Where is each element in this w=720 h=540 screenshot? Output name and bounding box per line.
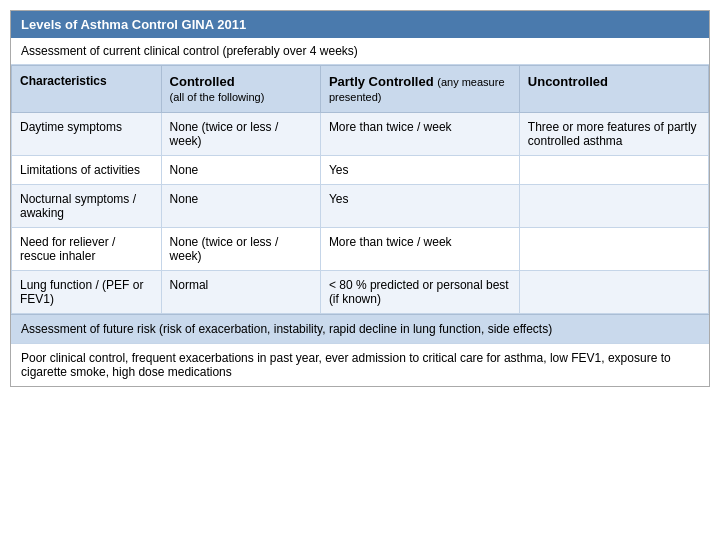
subtitle-row: Assessment of current clinical control (…	[11, 38, 709, 65]
table-row: Limitations of activitiesNoneYes	[12, 156, 709, 185]
cell-uncontrolled	[519, 156, 708, 185]
cell-uncontrolled	[519, 228, 708, 271]
table-row: Daytime symptomsNone (twice or less / we…	[12, 113, 709, 156]
cell-uncontrolled	[519, 271, 708, 314]
table-row: Need for reliever / rescue inhalerNone (…	[12, 228, 709, 271]
footer-clinical: Poor clinical control, frequent exacerba…	[11, 343, 709, 386]
cell-char: Limitations of activities	[12, 156, 162, 185]
cell-char: Daytime symptoms	[12, 113, 162, 156]
cell-controlled: None (twice or less / week)	[161, 113, 320, 156]
title-row: Levels of Asthma Control GINA 2011	[11, 11, 709, 38]
cell-partly: Yes	[320, 185, 519, 228]
header-uncontrolled: Uncontrolled	[519, 66, 708, 113]
main-title: Levels of Asthma Control GINA 2011	[21, 17, 246, 32]
cell-controlled: None	[161, 185, 320, 228]
cell-partly: Yes	[320, 156, 519, 185]
cell-controlled: None	[161, 156, 320, 185]
cell-uncontrolled: Three or more features of partly control…	[519, 113, 708, 156]
main-container: Levels of Asthma Control GINA 2011 Asses…	[10, 10, 710, 387]
header-partly-controlled: Partly Controlled (any measure presented…	[320, 66, 519, 113]
header-controlled: Controlled (all of the following)	[161, 66, 320, 113]
table-row: Lung function / (PEF or FEV1)Normal< 80 …	[12, 271, 709, 314]
subtitle-text: Assessment of current clinical control (…	[21, 44, 358, 58]
cell-partly: More than twice / week	[320, 228, 519, 271]
control-table: Characteristics Controlled (all of the f…	[11, 65, 709, 314]
header-characteristics: Characteristics	[12, 66, 162, 113]
footer-risk: Assessment of future risk (risk of exace…	[11, 314, 709, 343]
cell-controlled: Normal	[161, 271, 320, 314]
cell-controlled: None (twice or less / week)	[161, 228, 320, 271]
cell-partly: < 80 % predicted or personal best (if kn…	[320, 271, 519, 314]
cell-char: Need for reliever / rescue inhaler	[12, 228, 162, 271]
cell-char: Lung function / (PEF or FEV1)	[12, 271, 162, 314]
cell-char: Nocturnal symptoms / awaking	[12, 185, 162, 228]
cell-partly: More than twice / week	[320, 113, 519, 156]
cell-uncontrolled	[519, 185, 708, 228]
table-row: Nocturnal symptoms / awakingNoneYes	[12, 185, 709, 228]
